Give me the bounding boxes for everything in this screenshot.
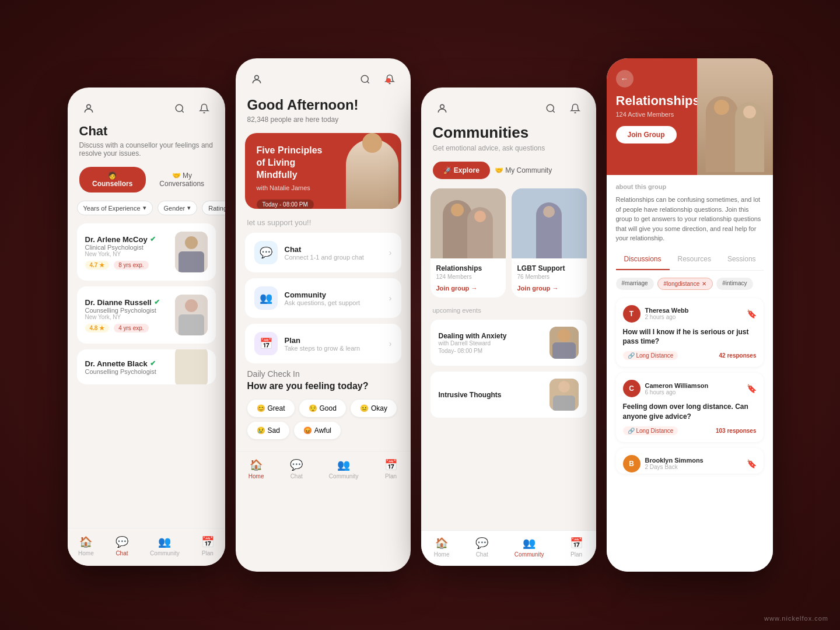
header-icons bbox=[170, 99, 214, 118]
filter-gender[interactable]: Gender ▾ bbox=[158, 201, 198, 215]
nav-home-2[interactable]: 🏠 Home bbox=[249, 459, 264, 480]
conversations-tab[interactable]: 🤝 My Conversations bbox=[150, 167, 214, 192]
join-group-button[interactable]: Join Group bbox=[616, 126, 677, 144]
emotion-sad[interactable]: 😢 Sad bbox=[247, 422, 289, 439]
profile-icon[interactable] bbox=[79, 99, 98, 118]
service-plan[interactable]: 📅 Plan Take steps to grow & learn › bbox=[245, 324, 401, 363]
screen2-header bbox=[236, 58, 411, 94]
event-banner[interactable]: Five Principles of Living Mindfully with… bbox=[245, 133, 401, 209]
bell-icon[interactable] bbox=[195, 99, 214, 118]
event-1[interactable]: Dealing with Anxiety with Darrell Stewar… bbox=[430, 320, 587, 366]
services-label: let us support you!! bbox=[236, 218, 411, 233]
lgbt-img bbox=[512, 188, 587, 258]
svg-line-2 bbox=[181, 110, 183, 112]
counsellor-meta-1: 4.7 ★ 8 yrs exp. bbox=[85, 261, 168, 270]
event-2[interactable]: Intrusive Thoughts bbox=[430, 372, 587, 418]
chat-service-icon: 💬 bbox=[254, 241, 278, 264]
banner-title: Five Principles of Living Mindfully bbox=[257, 145, 330, 181]
emotion-great[interactable]: 😊 Great bbox=[247, 400, 295, 417]
notification-dot bbox=[386, 78, 391, 83]
filter-rating[interactable]: Rating bbox=[202, 201, 225, 215]
nav-plan-2[interactable]: 📅 Plan bbox=[384, 459, 397, 480]
search-icon-3[interactable] bbox=[541, 99, 560, 118]
community-service-desc: Ask questions, get support bbox=[285, 299, 389, 306]
discussion-3[interactable]: B Brooklyn Simmons 2 Days Back 🔖 bbox=[616, 448, 764, 474]
emotion-awful[interactable]: 😡 Awful bbox=[294, 422, 341, 439]
bell-icon-3[interactable] bbox=[566, 99, 584, 118]
bookmark-icon-3[interactable]: 🔖 bbox=[747, 459, 757, 468]
discussions-tab[interactable]: Discussions bbox=[616, 251, 670, 270]
counsellor-card-3[interactable]: Dr. Annette Black ✔ Counselling Psycholo… bbox=[77, 349, 216, 384]
counsellor-info-3: Dr. Annette Black ✔ Counselling Psycholo… bbox=[85, 359, 168, 375]
screen1-counsellors: Chat Discuss with a counsellor your feel… bbox=[68, 88, 225, 566]
back-icon[interactable]: ← bbox=[616, 70, 634, 88]
disc-3-time: 2 Days Back bbox=[645, 464, 704, 470]
tag-marriage[interactable]: #marriage bbox=[616, 278, 654, 290]
communities-title: Communities bbox=[421, 124, 596, 144]
nav-plan-1[interactable]: 📅 Plan bbox=[201, 536, 214, 556]
search-icon-2[interactable] bbox=[356, 70, 374, 89]
emotion-good[interactable]: 😌 Good bbox=[299, 400, 346, 417]
profile-icon-3[interactable] bbox=[433, 99, 452, 118]
event-2-title: Intrusive Thoughts bbox=[439, 391, 544, 399]
event-1-time: Today- 08:00 PM bbox=[439, 348, 544, 354]
disc-1-meta: 🔗 Long Distance 42 responses bbox=[623, 351, 757, 360]
counsellor-card-1[interactable]: Dr. Arlene McCoy ✔ Clinical Psychologist… bbox=[77, 223, 216, 281]
bookmark-icon-1[interactable]: 🔖 bbox=[747, 309, 757, 318]
service-community[interactable]: 👥 Community Ask questions, get support › bbox=[245, 278, 401, 318]
join-lgbt-btn[interactable]: Join group → bbox=[517, 285, 559, 292]
remove-tag-icon[interactable]: ✕ bbox=[702, 281, 706, 287]
nav-home-3[interactable]: 🏠 Home bbox=[434, 537, 450, 558]
join-relationships-btn[interactable]: Join group → bbox=[436, 285, 478, 292]
tag-longdistance[interactable]: #longdistance ✕ bbox=[657, 278, 713, 290]
bell-icon-2[interactable] bbox=[380, 70, 399, 89]
bottom-nav-3: 🏠 Home 💬 Chat 👥 Community 📅 Plan bbox=[421, 530, 596, 566]
chat-service-info: Chat Connect 1-1 and group chat bbox=[285, 245, 389, 261]
resources-tab[interactable]: Resources bbox=[670, 251, 719, 270]
discussion-1[interactable]: T Theresa Webb 2 hours ago 🔖 How will I … bbox=[616, 298, 764, 368]
counsellor-title-3: Counselling Psychologist bbox=[85, 368, 168, 375]
nav-community-1[interactable]: 👥 Community bbox=[150, 536, 180, 556]
sessions-tab[interactable]: Sessions bbox=[719, 251, 764, 270]
nav-plan-3[interactable]: 📅 Plan bbox=[570, 537, 583, 558]
disc-2-avatar: C bbox=[623, 380, 640, 397]
nav-chat-1[interactable]: 💬 Chat bbox=[116, 536, 128, 556]
group-header: ← ♡ ··· Relationships 124 Active Members… bbox=[607, 58, 773, 175]
nav-chat-3[interactable]: 💬 Chat bbox=[475, 537, 488, 558]
counsellor-card-2[interactable]: Dr. Dianne Russell ✔ Counselling Psychol… bbox=[77, 286, 216, 344]
my-community-tab[interactable]: 🤝 My Community bbox=[495, 162, 552, 179]
counsellors-tab[interactable]: 🧑 Counsellors bbox=[79, 167, 146, 192]
svg-point-4 bbox=[361, 75, 368, 82]
relationships-members: 124 Members bbox=[436, 274, 500, 280]
community-lgbt[interactable]: LGBT Support 76 Members Join group → bbox=[512, 188, 587, 298]
service-chat[interactable]: 💬 Chat Connect 1-1 and group chat › bbox=[245, 233, 401, 272]
plan-service-info: Plan Take steps to grow & learn bbox=[285, 336, 389, 352]
discussion-2[interactable]: C Cameron Williamson 6 hours ago 🔖 Feeli… bbox=[616, 373, 764, 442]
profile-icon-2[interactable] bbox=[247, 70, 266, 89]
event-2-info: Intrusive Thoughts bbox=[439, 391, 544, 399]
rating-badge-2: 4.8 ★ bbox=[85, 324, 110, 332]
tag-intimacy[interactable]: #intimacy bbox=[716, 278, 752, 290]
nav-community-3[interactable]: 👥 Community bbox=[514, 537, 544, 558]
filter-experience[interactable]: Years of Experience ▾ bbox=[77, 201, 153, 215]
nav-chat-2[interactable]: 💬 Chat bbox=[290, 459, 303, 480]
nav-community-2[interactable]: 👥 Community bbox=[329, 459, 359, 480]
chevron-right-chat: › bbox=[389, 248, 392, 257]
watermark: www.nickelfox.com bbox=[764, 615, 828, 622]
disc-1-user-row: T Theresa Webb 2 hours ago 🔖 bbox=[623, 305, 757, 323]
screen1-header bbox=[68, 88, 225, 124]
disc-2-time: 6 hours ago bbox=[645, 389, 709, 396]
community-relationships[interactable]: Relationships 124 Members Join group → bbox=[430, 188, 506, 298]
bookmark-icon-2[interactable]: 🔖 bbox=[747, 384, 757, 393]
screen3-header bbox=[421, 88, 596, 124]
svg-point-6 bbox=[440, 104, 444, 108]
emotion-okay[interactable]: 😐 Okay bbox=[351, 400, 397, 417]
nav-home-1[interactable]: 🏠 Home bbox=[78, 536, 94, 556]
rating-badge-1: 4.7 ★ bbox=[85, 261, 110, 270]
explore-tab[interactable]: 🚀 Explore bbox=[433, 162, 490, 179]
search-icon[interactable] bbox=[170, 99, 189, 118]
disc-2-tag: 🔗 Long Distance bbox=[623, 426, 678, 435]
communities-tabs: 🚀 Explore 🤝 My Community bbox=[421, 162, 596, 188]
chevron-right-community: › bbox=[389, 293, 392, 303]
about-label: about this group bbox=[616, 183, 764, 190]
